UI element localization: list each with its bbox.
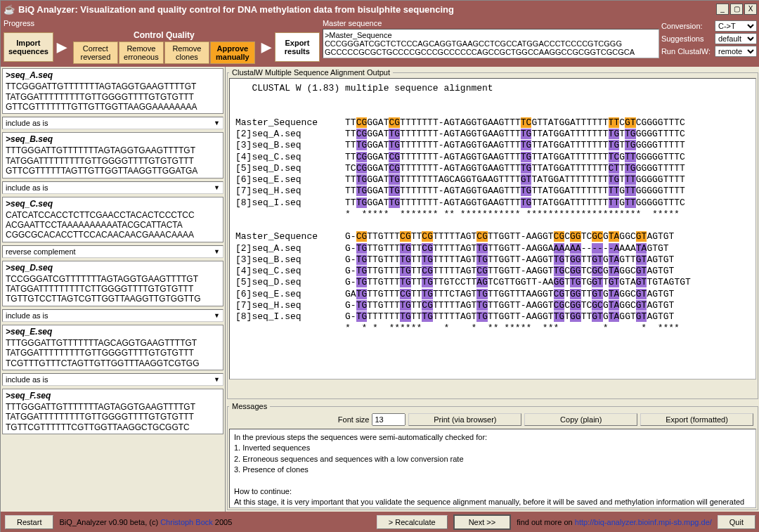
quit-button[interactable]: Quit xyxy=(718,515,755,529)
next-button[interactable]: Next >> xyxy=(453,514,512,530)
sequence-action-dropdown[interactable]: include as is▼ xyxy=(2,309,223,322)
alignment-panel-title: ClustalW Multiple Sequence Alignment Out… xyxy=(229,68,393,77)
sequence-block[interactable]: >seq_D.seqTCCGGGATCGTTTTTTTAGTAGGTGAAGTT… xyxy=(2,261,223,306)
more-info-text: find out more on http://biq-analyzer.bio… xyxy=(517,518,712,526)
arrow-icon: ▶ xyxy=(259,39,274,55)
sequence-body: TTTGGGATTGTTTTTTTAGTAGGTGAAGTTTTGT TATGG… xyxy=(3,145,223,177)
author-link[interactable]: Christoph Bock xyxy=(160,518,213,526)
recalculate-button[interactable]: > Recalculate xyxy=(377,515,448,529)
messages-body[interactable]: In the previous steps the sequences were… xyxy=(229,429,756,508)
step-remove-erroneous[interactable]: Remove erroneous xyxy=(119,41,164,64)
sequence-action-dropdown[interactable]: include as is▼ xyxy=(2,373,223,386)
sequence-body: TTTGGGATTGTTTTTTTAGCAGGTGAAGTTTTGT TATGG… xyxy=(3,338,223,370)
sequence-block[interactable]: >seq_F.seqTTTGGGATTGTTTTTTTAGTAGGTGAAGTT… xyxy=(2,389,223,434)
suggestions-select[interactable]: default xyxy=(715,33,757,44)
master-sequence-label: Master sequence xyxy=(323,19,659,27)
app-icon: ☕ xyxy=(4,4,15,15)
master-sequence-textarea[interactable]: >Master_Sequence CCCGGGATCGCTCTCCCAGCAGG… xyxy=(323,29,659,58)
sequence-name: >seq_F.seq xyxy=(3,389,223,402)
sequence-name: >seq_D.seq xyxy=(3,261,223,274)
sequence-body: CATCATCCACCTCTTCGAACCTACACTCCCTCC ACGAAT… xyxy=(3,210,223,242)
step-import[interactable]: Import sequences xyxy=(4,32,53,62)
step-remove-clones[interactable]: Remove clones xyxy=(164,41,209,64)
messages-panel-title: Messages xyxy=(229,402,270,410)
chevron-down-icon: ▼ xyxy=(214,312,220,319)
step-export[interactable]: Export results xyxy=(275,32,320,62)
sequence-block[interactable]: >seq_C.seqCATCATCCACCTCTTCGAACCTACACTCCC… xyxy=(2,197,223,242)
sequence-body: TTTGGGATTGTTTTTTTAGTAGGTGAAGTTTTGT TATGG… xyxy=(3,402,223,434)
window-title: BiQ Analyzer: Visualization and quality … xyxy=(18,4,454,15)
chevron-down-icon: ▼ xyxy=(214,376,220,383)
conversion-select[interactable]: C->T xyxy=(715,20,757,32)
progress-steps: Import sequences ▶ Control Quality Corre… xyxy=(4,29,320,65)
conversion-label: Conversion: xyxy=(661,22,703,30)
window-controls: _ ▢ X xyxy=(716,4,757,15)
step-approve-manually[interactable]: Approve manually xyxy=(210,41,255,64)
maximize-button[interactable]: ▢ xyxy=(730,4,743,15)
minimize-button[interactable]: _ xyxy=(716,4,729,15)
step-correct-reversed[interactable]: Correct reversed xyxy=(73,41,118,64)
print-button[interactable]: Print (via browser) xyxy=(408,413,521,426)
chevron-down-icon: ▼ xyxy=(214,248,220,255)
suggestions-label: Suggestions xyxy=(661,34,704,43)
sequence-name: >seq_A.seq xyxy=(3,69,223,82)
clustal-select[interactable]: remote xyxy=(715,46,757,57)
clustal-label: Run ClustalW: xyxy=(661,47,711,56)
progress-label: Progress xyxy=(4,19,320,27)
copy-button[interactable]: Copy (plain) xyxy=(524,413,637,426)
sequence-block[interactable]: >seq_A.seqTTCGGGATTGTTTTTTTAGTAGGTGAAGTT… xyxy=(2,68,223,114)
sequence-name: >seq_C.seq xyxy=(3,197,223,210)
sequence-body: TCCGGGATCGTTTTTTTAGTAGGTGAAGTTTTGT TATGG… xyxy=(3,274,223,306)
close-button[interactable]: X xyxy=(744,4,757,15)
fontsize-label: Font size xyxy=(338,415,370,424)
sequence-body: TTCGGGATTGTTTTTTTAGTAGGTGAAGTTTTGT TATGG… xyxy=(3,82,223,113)
sequence-name: >seq_B.seq xyxy=(3,133,223,145)
alignment-output[interactable]: CLUSTAL W (1.83) multiple sequence align… xyxy=(229,78,756,379)
arrow-icon: ▶ xyxy=(54,39,70,55)
sequence-action-dropdown[interactable]: include as is▼ xyxy=(2,181,223,194)
restart-button[interactable]: Restart xyxy=(5,515,53,529)
credit-text: BiQ_Analyzer v0.90 beta, (c) Christoph B… xyxy=(59,518,232,526)
control-quality-label: Control Quality xyxy=(73,30,255,40)
chevron-down-icon: ▼ xyxy=(214,184,220,191)
sequence-action-dropdown[interactable]: include as is▼ xyxy=(2,117,223,129)
chevron-down-icon: ▼ xyxy=(214,119,220,126)
sequence-block[interactable]: >seq_B.seqTTTGGGATTGTTTTTTTAGTAGGTGAAGTT… xyxy=(2,132,223,178)
fontsize-input[interactable] xyxy=(372,413,406,426)
sequence-block[interactable]: >seq_E.seqTTTGGGATTGTTTTTTTAGCAGGTGAAGTT… xyxy=(2,325,223,370)
export-button[interactable]: Export (formatted) xyxy=(640,413,753,426)
title-bar: ☕ BiQ Analyzer: Visualization and qualit… xyxy=(1,1,759,18)
sequence-name: >seq_E.seq xyxy=(3,325,223,338)
more-info-link[interactable]: http://biq-analyzer.bioinf.mpi-sb.mpg.de… xyxy=(575,518,712,526)
sequence-sidebar[interactable]: >seq_A.seqTTCGGGATTGTTTTTTTAGTAGGTGAAGTT… xyxy=(1,67,226,512)
sequence-action-dropdown[interactable]: reverse complement▼ xyxy=(2,245,223,258)
